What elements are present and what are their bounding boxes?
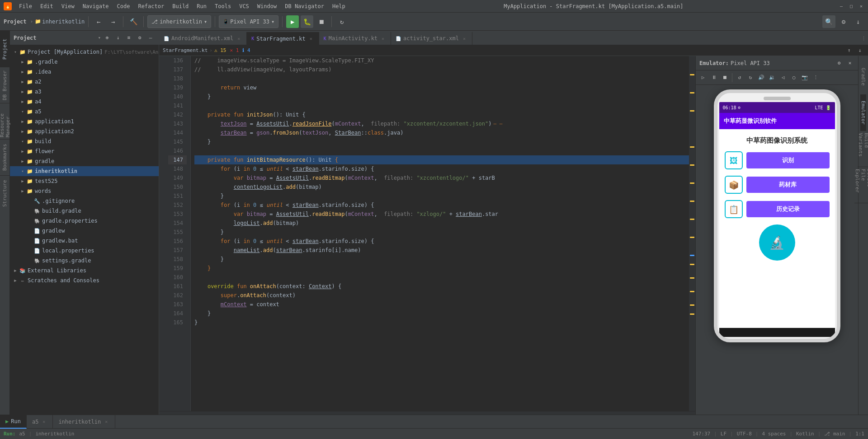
tree-item-inheritkotlin[interactable]: ▾ 📁 inheritkotlin: [10, 166, 159, 176]
menu-run[interactable]: Run: [193, 2, 210, 10]
debug-button[interactable]: 🐛: [301, 15, 313, 28]
tree-item-gradle-properties[interactable]: ▶ 🐘 gradle.properties: [10, 216, 159, 226]
emulator-pause-button[interactable]: ⏸: [709, 73, 718, 82]
emulator-volume-down-button[interactable]: 🔉: [768, 73, 777, 82]
tab-activity-star[interactable]: 📄 activity_star.xml ✕: [391, 32, 472, 45]
menu-navigate[interactable]: Navigate: [79, 2, 113, 10]
right-tab-build-variants[interactable]: Build Variants: [858, 131, 868, 167]
close-button[interactable]: ✕: [858, 3, 864, 9]
bottom-tab-a5[interactable]: a5 ✕: [27, 415, 53, 429]
tab-android-manifest[interactable]: 📄 AndroidManifest.xml ✕: [159, 32, 247, 45]
tree-item-gradle[interactable]: ▶ 📁 gradle: [10, 156, 159, 166]
menu-tools[interactable]: Tools: [211, 2, 235, 10]
breadcrumb-down-button[interactable]: ↓: [855, 46, 864, 55]
tree-item-test525[interactable]: ▶ 📁 test525: [10, 176, 159, 186]
menu-build[interactable]: Build: [169, 2, 192, 10]
left-tab-project[interactable]: Project: [0, 31, 9, 67]
tab-main-activity[interactable]: K MainActivity.kt ✕: [319, 32, 391, 45]
right-tab-emulator[interactable]: Emulator: [860, 95, 866, 131]
horizontal-scrollbar[interactable]: [159, 411, 695, 415]
emulator-settings-button[interactable]: ⚙: [835, 59, 844, 68]
hammer-button[interactable]: 🔨: [127, 15, 140, 28]
minimize-button[interactable]: —: [838, 3, 844, 9]
tab-star-fragment[interactable]: K StarFragment.kt ✕: [247, 32, 319, 45]
breadcrumb-up-button[interactable]: ↑: [844, 46, 854, 55]
menu-refactor[interactable]: Refactor: [134, 2, 168, 10]
tree-item-a5[interactable]: ▾ 📁 a5: [10, 107, 159, 117]
menu-help[interactable]: Help: [329, 2, 349, 10]
project-dropdown-arrow[interactable]: ▾: [98, 35, 101, 41]
tab-close-star-fragment[interactable]: ✕: [308, 36, 314, 42]
tree-item-build[interactable]: ▾ 📁 build: [10, 136, 159, 146]
emulator-rotate-left-button[interactable]: ↺: [735, 73, 744, 82]
right-tab-device-file-explorer[interactable]: Device File Explorer: [854, 167, 868, 203]
tree-item-external-libraries[interactable]: ▶ 📚 External Libraries: [10, 266, 159, 276]
project-minimize-button[interactable]: —: [146, 33, 155, 42]
phone-herbs-button[interactable]: 药材库: [746, 177, 830, 193]
left-tab-db-browser[interactable]: DB Browser: [0, 67, 9, 103]
bottom-tab-run[interactable]: ▶ Run: [0, 415, 27, 429]
tree-item-a2[interactable]: ▶ 📁 a2: [10, 77, 159, 87]
bottom-tab-inheritkotlin-close[interactable]: ✕: [103, 419, 109, 425]
bottom-tab-a5-close[interactable]: ✕: [41, 419, 47, 425]
code-scroll[interactable]: 136 137 138 139 140 141 142 143 144 145 …: [159, 56, 695, 411]
tree-item-idea[interactable]: ▶ 📁 .idea: [10, 67, 159, 77]
settings-button[interactable]: ⚙: [837, 15, 850, 28]
emulator-volume-up-button[interactable]: 🔊: [757, 73, 766, 82]
emulator-more-button[interactable]: ⋮: [811, 73, 820, 82]
phone-recognize-button[interactable]: 识别: [746, 152, 830, 168]
maximize-button[interactable]: □: [848, 3, 854, 9]
emulator-close-button[interactable]: ✕: [845, 59, 854, 68]
menu-edit[interactable]: Edit: [37, 2, 57, 10]
tree-item-words[interactable]: ▶ 📁 words: [10, 186, 159, 196]
left-tab-bookmarks[interactable]: Bookmarks: [0, 139, 9, 175]
left-tab-resource-manager[interactable]: Resource Manager: [0, 103, 9, 139]
stop-button[interactable]: ⏹: [315, 15, 328, 28]
menu-db-navigator[interactable]: DB Navigator: [281, 2, 328, 10]
forward-button[interactable]: →: [107, 15, 119, 28]
update-button[interactable]: ↓: [852, 15, 864, 28]
menu-code[interactable]: Code: [113, 2, 134, 10]
tab-close-android-manifest[interactable]: ✕: [236, 35, 242, 42]
tree-item-gradlew-bat[interactable]: ▶ 📄 gradlew.bat: [10, 236, 159, 246]
tree-item-application2[interactable]: ▶ 📁 application2: [10, 126, 159, 136]
tree-item-application1[interactable]: ▶ 📁 application1: [10, 117, 159, 126]
left-tab-structure[interactable]: Structure: [0, 175, 9, 211]
emulator-back-button[interactable]: ◁: [778, 73, 788, 82]
emulator-play-button[interactable]: ▷: [698, 73, 708, 82]
search-everywhere-button[interactable]: 🔍: [822, 15, 835, 28]
menu-view[interactable]: View: [58, 2, 78, 10]
tab-close-main-activity[interactable]: ✕: [380, 35, 386, 42]
emulator-home-button[interactable]: ○: [789, 73, 798, 82]
tree-item-a3[interactable]: ▶ 📁 a3: [10, 87, 159, 97]
branch-selector[interactable]: ⎇ inheritkotlin ▾: [147, 15, 211, 28]
code-content[interactable]: // imageView.scaleType = ImageView.Scale…: [191, 56, 689, 411]
tree-item-scratches[interactable]: ▶ ✏ Scratches and Consoles: [10, 276, 159, 285]
tab-close-activity-star[interactable]: ✕: [461, 35, 467, 42]
menu-window[interactable]: Window: [254, 2, 280, 10]
project-sort-button[interactable]: ↓: [113, 33, 123, 42]
project-settings-button[interactable]: ⚙: [135, 33, 144, 42]
tree-item-a4[interactable]: ▶ 📁 a4: [10, 97, 159, 107]
menu-file[interactable]: File: [15, 2, 36, 10]
tree-item-gradle-hidden[interactable]: ▶ 📁 .gradle: [10, 57, 159, 67]
tree-item-local-properties[interactable]: ▶ 📄 local.properties: [10, 246, 159, 256]
tree-item-gradlew[interactable]: ▶ 📄 gradlew: [10, 226, 159, 236]
emulator-screenshot-button[interactable]: 📷: [800, 73, 809, 82]
project-layout-button[interactable]: ≡: [124, 33, 133, 42]
back-button[interactable]: ←: [92, 15, 105, 28]
menu-vcs[interactable]: VCS: [236, 2, 253, 10]
run-button[interactable]: ▶: [286, 15, 299, 28]
emulator-stop-button[interactable]: ⏹: [720, 73, 729, 82]
tree-item-gitignore[interactable]: ▶ 🔧 .gitignore: [10, 196, 159, 206]
tree-item-settings-gradle[interactable]: ▶ 🐘 settings.gradle: [10, 256, 159, 266]
bottom-tab-inheritkotlin[interactable]: inheritkotlin ✕: [53, 415, 115, 429]
tree-item-build-gradle[interactable]: ▶ 🐘 build.gradle: [10, 206, 159, 216]
tree-item-root[interactable]: ▾ 📁 Project [MyApplication] F:\LYT\softw…: [10, 47, 159, 57]
emulator-rotate-right-button[interactable]: ↻: [746, 73, 755, 82]
project-locate-button[interactable]: ⊕: [103, 33, 112, 42]
sync-button[interactable]: ↻: [335, 15, 348, 28]
tree-item-flower[interactable]: ▶ 📁 flower: [10, 146, 159, 156]
phone-history-button[interactable]: 历史记录: [746, 201, 830, 217]
right-tab-gradle[interactable]: Gradle: [860, 59, 866, 95]
